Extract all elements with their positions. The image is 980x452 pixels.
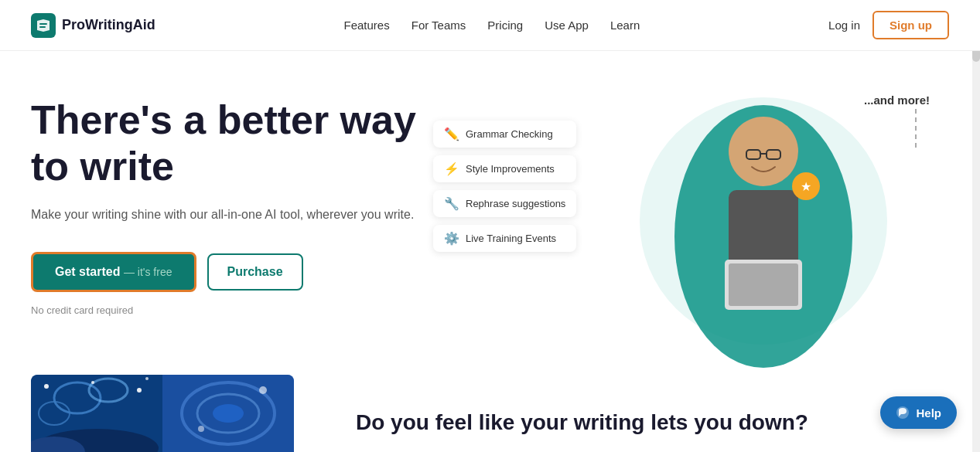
svg-point-25 xyxy=(259,386,267,394)
svg-text:★: ★ xyxy=(801,180,811,193)
svg-point-17 xyxy=(137,388,142,393)
svg-point-16 xyxy=(91,381,94,384)
blue-swirl-svg xyxy=(162,375,294,452)
help-label: Help xyxy=(916,406,941,420)
nav-use-app[interactable]: Use App xyxy=(545,19,589,32)
svg-point-15 xyxy=(44,384,49,389)
and-more-label: ...and more! xyxy=(864,93,930,107)
pill-grammar: ✏️ Grammar Checking xyxy=(433,121,576,148)
svg-point-24 xyxy=(213,404,244,423)
hero-section: There's a better way to write Make your … xyxy=(0,51,980,383)
starry-night-svg xyxy=(31,375,162,452)
nav-pricing[interactable]: Pricing xyxy=(487,19,523,32)
svg-point-18 xyxy=(145,377,149,380)
training-icon: ⚙️ xyxy=(444,231,459,246)
get-started-suffix: — it's free xyxy=(124,266,172,278)
no-credit-card-text: No credit card required xyxy=(31,304,418,316)
scrollbar[interactable] xyxy=(972,0,980,452)
bottom-section: Do you feel like your writing lets you d… xyxy=(0,375,980,452)
nav-links: Features For Teams Pricing Use App Learn xyxy=(344,19,640,32)
purchase-button[interactable]: Purchase xyxy=(207,253,303,291)
feature-pills: ✏️ Grammar Checking ⚡ Style Improvements… xyxy=(433,121,576,252)
pill-training: ⚙️ Live Training Events xyxy=(433,225,576,252)
svg-point-2 xyxy=(729,117,798,186)
hero-buttons: Get started — it's free Purchase xyxy=(31,252,418,292)
style-icon: ⚡ xyxy=(444,161,459,176)
logo-icon xyxy=(31,13,56,38)
rephrase-icon: 🔧 xyxy=(444,196,459,211)
pill-rephrase-label: Rephrase suggestions xyxy=(466,198,565,209)
hero-title: There's a better way to write xyxy=(31,97,418,190)
pill-training-label: Live Training Events xyxy=(466,233,556,244)
nav-for-teams[interactable]: For Teams xyxy=(411,19,466,32)
nav-learn[interactable]: Learn xyxy=(610,19,640,32)
help-widget[interactable]: Help xyxy=(880,396,957,429)
get-started-button[interactable]: Get started — it's free xyxy=(31,252,196,292)
and-more-line xyxy=(915,109,917,148)
svg-rect-8 xyxy=(729,263,798,306)
hero-illustration: ★ xyxy=(663,82,864,376)
artwork-container xyxy=(31,375,294,452)
svg-point-26 xyxy=(198,426,204,432)
hero-right: ...and more! ★ xyxy=(418,90,949,383)
logo[interactable]: ProWritingAid xyxy=(31,13,155,38)
pill-grammar-label: Grammar Checking xyxy=(466,128,553,140)
logo-text: ProWritingAid xyxy=(62,17,155,33)
artwork-starry-night xyxy=(31,375,162,452)
pill-style: ⚡ Style Improvements xyxy=(433,155,576,182)
chat-icon xyxy=(896,406,910,420)
bottom-heading: Do you feel like your writing lets you d… xyxy=(356,409,808,437)
login-button[interactable]: Log in xyxy=(828,19,860,32)
grammar-icon: ✏️ xyxy=(444,127,459,141)
hero-subtitle: Make your writing shine with our all-in-… xyxy=(31,206,418,224)
bottom-text: Do you feel like your writing lets you d… xyxy=(356,409,808,452)
hero-left: There's a better way to write Make your … xyxy=(31,90,418,316)
artwork-blue-swirl xyxy=(162,375,294,452)
pill-style-label: Style Improvements xyxy=(466,163,555,175)
person-svg: ★ xyxy=(663,82,864,376)
pill-rephrase: 🔧 Rephrase suggestions xyxy=(433,190,576,217)
nav-actions: Log in Sign up xyxy=(828,11,949,39)
get-started-label: Get started xyxy=(55,265,120,278)
signup-button[interactable]: Sign up xyxy=(872,11,949,39)
nav-features[interactable]: Features xyxy=(344,19,390,32)
